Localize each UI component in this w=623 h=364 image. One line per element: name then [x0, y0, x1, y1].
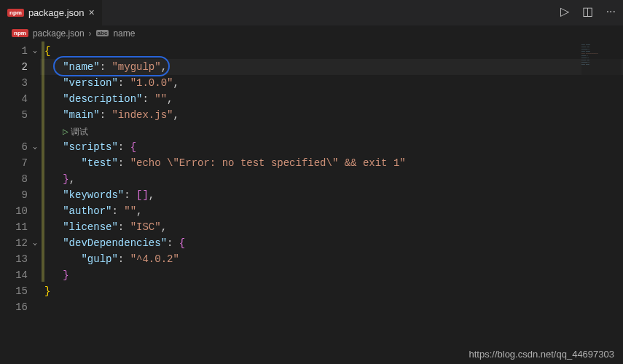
json-value: "1.0.0"	[130, 77, 173, 89]
code-line[interactable]: "test": "echo \"Error: no test specified…	[40, 155, 623, 171]
brace-close: }	[63, 173, 68, 185]
editor-tab[interactable]: npm package.json ×	[0, 0, 103, 25]
code-line[interactable]: "name": "mygulp",	[40, 59, 623, 75]
line-number: 11	[15, 219, 28, 235]
json-value: ""	[124, 205, 136, 217]
json-key: "test"	[81, 157, 117, 169]
line-number: 15	[15, 283, 28, 299]
split-editor-icon[interactable]: ◫	[582, 4, 593, 18]
json-key: "name"	[63, 61, 99, 73]
code-line[interactable]: "scripts": {	[40, 139, 623, 155]
line-number: 6	[15, 139, 28, 155]
json-key: "scripts"	[63, 141, 118, 153]
json-key: "main"	[63, 109, 99, 121]
codelens-line[interactable]: ▷调试	[40, 123, 623, 139]
json-value: ""	[154, 93, 167, 105]
brace-open: {	[44, 45, 50, 57]
line-number: 14	[15, 267, 28, 283]
line-number: 13	[15, 251, 28, 267]
code-line[interactable]: "author": "",	[40, 203, 623, 219]
line-number: 1	[15, 43, 28, 59]
code-line[interactable]: "main": "index.js",	[40, 107, 623, 123]
code-line[interactable]: "version": "1.0.0",	[40, 75, 623, 91]
code-line[interactable]: "description": "",	[40, 91, 623, 107]
line-number: 8	[15, 171, 28, 187]
code-area[interactable]: { "name": "mygulp", "version": "1.0.0", …	[40, 41, 623, 364]
code-line[interactable]: "keywords": [],	[40, 187, 623, 203]
tab-bar: npm package.json × ▷ ◫ ···	[0, 0, 623, 25]
code-line[interactable]: }	[40, 283, 623, 299]
line-number: 3	[15, 75, 28, 91]
json-value: "index.js"	[111, 109, 173, 121]
watermark: https://blog.csdn.net/qq_44697303	[469, 349, 615, 360]
code-line[interactable]: {	[40, 43, 623, 59]
json-key: "keywords"	[63, 189, 124, 201]
breadcrumb-symbol[interactable]: name	[113, 28, 135, 39]
brace-close: }	[44, 285, 50, 297]
line-number: 9	[15, 187, 28, 203]
fold-icon[interactable]: ⌄	[30, 235, 37, 251]
code-line[interactable]: "gulp": "^4.0.2"	[40, 251, 623, 267]
code-line[interactable]	[40, 299, 623, 315]
fold-icon[interactable]: ⌄	[30, 139, 37, 155]
line-number: 4	[15, 91, 28, 107]
minimap[interactable]: ▬▬▬▬ ▬▬▬▬▬ ▬▬▬▬▬ ▬▬▬ ▬▬▬▬▬▬▬ ▬ ▬▬▬▬ ▬▬▬▬…	[581, 44, 622, 87]
json-key: "license"	[63, 221, 118, 233]
tab-filename: package.json	[28, 7, 85, 18]
code-line[interactable]: "devDependencies": {	[40, 235, 623, 251]
line-number: 2	[15, 59, 28, 75]
string-icon: abc	[96, 30, 109, 36]
brace-open: {	[179, 237, 185, 249]
code-line[interactable]: }	[40, 267, 623, 283]
npm-icon: npm	[12, 29, 28, 37]
run-icon[interactable]: ▷	[560, 4, 569, 18]
line-number: 12	[15, 235, 28, 251]
json-value: "ISC"	[130, 221, 161, 233]
json-key: "description"	[63, 93, 142, 105]
json-key: "devDependencies"	[63, 237, 167, 249]
code-line[interactable]: },	[40, 171, 623, 187]
code-line[interactable]: "license": "ISC",	[40, 219, 623, 235]
breadcrumb[interactable]: npm package.json › abc name	[0, 25, 623, 41]
breadcrumb-file[interactable]: package.json	[33, 28, 85, 39]
json-value: "^4.0.2"	[130, 253, 179, 265]
editor[interactable]: 1⌄ 2 3 4 5 6⌄ 7 8 9 10 11 12⌄ 13 14 15 1…	[0, 41, 623, 364]
close-icon[interactable]: ×	[89, 7, 95, 19]
json-key: "author"	[63, 205, 111, 217]
json-key: "version"	[63, 77, 118, 89]
brace-close: }	[63, 269, 68, 281]
line-number: 5	[15, 107, 28, 123]
json-value: "echo \"Error: no test specified\" && ex…	[130, 157, 406, 169]
editor-actions: ▷ ◫ ···	[560, 4, 616, 18]
line-number: 16	[15, 299, 28, 315]
play-icon: ▷	[63, 124, 68, 140]
line-number: 7	[15, 155, 28, 171]
json-value: []	[136, 189, 149, 201]
line-number: 10	[15, 203, 28, 219]
npm-icon: npm	[7, 9, 24, 17]
json-key: "gulp"	[81, 253, 117, 265]
debug-codelens[interactable]: ▷调试	[63, 124, 88, 140]
fold-icon[interactable]: ⌄	[30, 43, 37, 59]
more-icon[interactable]: ···	[606, 5, 616, 18]
json-value: "mygulp"	[111, 61, 160, 73]
chevron-right-icon: ›	[89, 28, 92, 39]
codelens-label: 调试	[71, 124, 88, 140]
brace-open: {	[130, 141, 136, 153]
gutter: 1⌄ 2 3 4 5 6⌄ 7 8 9 10 11 12⌄ 13 14 15 1…	[0, 41, 40, 364]
